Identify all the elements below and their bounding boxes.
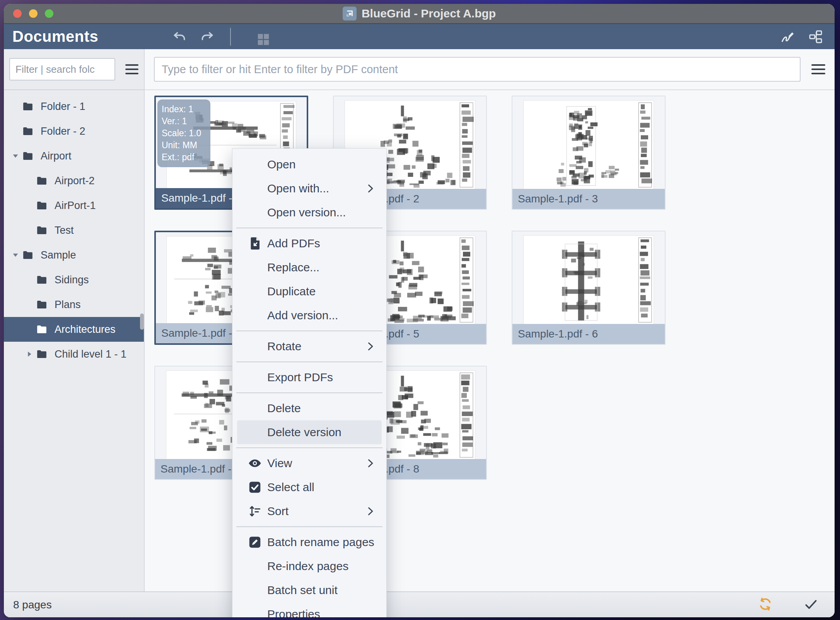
menu-item-view[interactable]: View xyxy=(237,451,382,475)
sidebar-scrollbar[interactable] xyxy=(140,313,144,330)
menu-item-sort[interactable]: Sort xyxy=(237,499,382,523)
caret-right-icon[interactable] xyxy=(23,348,36,360)
menu-item-export-pdfs[interactable]: Export PDFs xyxy=(237,365,382,389)
traffic-lights xyxy=(13,4,53,23)
folder-icon xyxy=(36,348,48,360)
caret-spacer xyxy=(23,199,36,212)
minimize-button[interactable] xyxy=(29,9,38,18)
chevron-right-icon xyxy=(365,183,376,194)
sidebar-item-folder-1[interactable]: Folder - 1 xyxy=(4,94,144,119)
menu-item-open-version[interactable]: Open version... xyxy=(237,200,382,224)
menu-item-re-index-pages[interactable]: Re-index pages xyxy=(237,554,382,578)
menu-item-label: Select all xyxy=(267,481,314,494)
menu-item-label: Delete version xyxy=(267,426,341,439)
folder-icon xyxy=(36,199,48,212)
sidebar-item-sample[interactable]: Sample xyxy=(4,243,144,267)
sidebar-item-sidings[interactable]: Sidings xyxy=(4,267,144,292)
menu-item-delete[interactable]: Delete xyxy=(237,396,382,420)
menu-item-replace[interactable]: Replace... xyxy=(237,255,382,279)
menu-item-label: Open version... xyxy=(267,206,346,219)
hamburger-icon[interactable] xyxy=(125,64,138,74)
pdf-filter-input[interactable] xyxy=(154,57,801,82)
page-card-3[interactable]: Sample-1.pdf - 3 xyxy=(512,96,666,210)
context-menu: OpenOpen with...Open version...Add PDFsR… xyxy=(232,148,387,617)
chevron-right-icon xyxy=(365,341,376,352)
folder-icon xyxy=(36,323,48,336)
caret-spacer xyxy=(23,175,36,187)
sidebar-item-airport-2[interactable]: Airport-2 xyxy=(4,168,144,193)
menu-item-duplicate[interactable]: Duplicate xyxy=(237,279,382,303)
folder-icon xyxy=(22,249,34,261)
folder-icon xyxy=(36,298,48,311)
menu-item-open[interactable]: Open xyxy=(237,152,382,176)
sidebar-item-airport-1[interactable]: AirPort-1 xyxy=(4,193,144,218)
sort-icon xyxy=(248,504,262,518)
undo-icon[interactable] xyxy=(172,29,187,44)
zoom-button[interactable] xyxy=(45,9,53,18)
title-bar[interactable]: BlueGrid - Project A.bgp xyxy=(4,4,835,24)
sidebar-item-architectures[interactable]: Architectures xyxy=(4,317,144,342)
menu-item-add-version[interactable]: Add version... xyxy=(237,303,382,327)
caret-spacer xyxy=(23,323,36,336)
menu-item-label: Add PDFs xyxy=(267,237,320,250)
tooltip-line: Ext.: pdf xyxy=(162,151,209,163)
menu-item-label: Open with... xyxy=(267,182,329,195)
menu-divider xyxy=(236,228,382,228)
tooltip-line: Index: 1 xyxy=(162,103,209,115)
menu-item-batch-rename-pages[interactable]: Batch rename pages xyxy=(237,530,382,554)
check-icon[interactable] xyxy=(804,597,818,613)
folder-icon xyxy=(36,224,48,236)
sidebar-item-airport[interactable]: Airport xyxy=(4,144,144,168)
signature-icon[interactable] xyxy=(780,29,795,44)
folder-icon xyxy=(22,150,34,162)
header-toolbar xyxy=(172,27,823,47)
sidebar-toolbar xyxy=(4,49,144,90)
refresh-icon[interactable] xyxy=(758,597,773,613)
sidebar-item-label: Sidings xyxy=(55,274,89,286)
folder-tree: Folder - 1Folder - 2AirportAirport-2AirP… xyxy=(4,90,144,367)
menu-item-label: Export PDFs xyxy=(267,371,333,384)
sidebar-item-test[interactable]: Test xyxy=(4,218,144,243)
grid-view-icon[interactable] xyxy=(246,27,767,47)
sidebar-item-child-level-1-1[interactable]: Child level 1 - 1 xyxy=(4,342,144,367)
caret-down-icon[interactable] xyxy=(9,150,22,162)
redo-icon[interactable] xyxy=(200,29,215,44)
menu-item-properties[interactable]: Properties xyxy=(237,602,382,617)
menu-item-open-with[interactable]: Open with... xyxy=(237,176,382,200)
menu-item-rotate[interactable]: Rotate xyxy=(237,334,382,358)
chevron-right-icon xyxy=(365,506,376,517)
sidebar-item-label: Folder - 1 xyxy=(41,101,85,113)
menu-divider xyxy=(236,331,382,331)
menu-divider xyxy=(236,392,382,393)
hierarchy-icon[interactable] xyxy=(808,29,823,44)
hamburger-icon[interactable] xyxy=(811,64,825,74)
menu-divider xyxy=(236,361,382,362)
page-info-tooltip: Index: 1Ver.: 1Scale: 1.0Unit: MMExt.: p… xyxy=(157,99,210,167)
sidebar-item-plans[interactable]: Plans xyxy=(4,292,144,317)
menu-item-label: Duplicate xyxy=(267,285,316,298)
pages-toolbar xyxy=(145,49,835,90)
menu-item-batch-set-unit[interactable]: Batch set unit xyxy=(237,578,382,602)
tooltip-line: Unit: MM xyxy=(162,139,209,151)
page-caption: Sample-1.pdf - 3 xyxy=(512,189,665,209)
menu-item-label: Rotate xyxy=(267,340,301,353)
menu-item-label: Batch set unit xyxy=(267,584,338,597)
menu-item-label: Replace... xyxy=(267,261,319,274)
menu-item-add-pdfs[interactable]: Add PDFs xyxy=(237,231,382,255)
sidebar-item-label: AirPort-1 xyxy=(55,200,96,212)
content-area: Folder - 1Folder - 2AirportAirport-2AirP… xyxy=(4,49,835,591)
folder-filter-input[interactable] xyxy=(9,58,115,80)
add-pdf-icon xyxy=(248,236,262,250)
checkbox-checked-icon xyxy=(248,480,262,494)
caret-down-icon[interactable] xyxy=(9,249,22,261)
page-card-6[interactable]: Sample-1.pdf - 6 xyxy=(512,231,666,345)
status-bar: 8 pages xyxy=(4,591,835,617)
caret-spacer xyxy=(9,125,22,137)
menu-item-select-all[interactable]: Select all xyxy=(237,475,382,499)
menu-divider xyxy=(236,447,382,448)
close-button[interactable] xyxy=(13,9,22,18)
sidebar-item-folder-2[interactable]: Folder - 2 xyxy=(4,119,144,144)
menu-item-label: Re-index pages xyxy=(267,560,348,573)
menu-item-delete-version[interactable]: Delete version xyxy=(237,420,382,444)
menu-item-label: Properties xyxy=(267,608,320,617)
